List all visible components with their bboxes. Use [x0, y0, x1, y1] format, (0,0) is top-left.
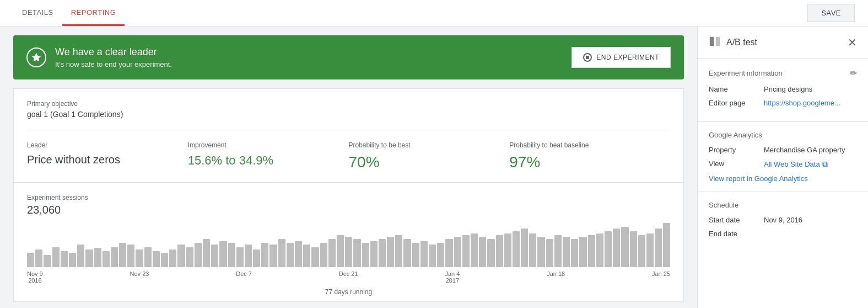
chart-bar: [663, 223, 670, 267]
chart-bar: [395, 235, 402, 267]
chart-bar: [228, 243, 235, 267]
right-panel: A/B test ✕ Experiment information ✏ Name…: [697, 26, 868, 308]
chart-bar: [85, 249, 93, 267]
chart-bar: [278, 239, 285, 267]
chart-x-label: Dec 21: [339, 270, 358, 284]
banner-text: We have a clear leader It's now safe to …: [55, 46, 572, 68]
left-content: We have a clear leader It's now safe to …: [0, 26, 697, 308]
star-icon: [31, 52, 42, 63]
chart-bar: [655, 229, 662, 267]
chart-bar: [77, 245, 84, 267]
info-row-end-date: End date: [709, 230, 857, 238]
metric-prob-baseline: Probability to beat baseline 97%: [509, 141, 670, 171]
ga-section-label: Google Analytics: [709, 131, 762, 139]
chart-bar: [605, 231, 612, 267]
chart-bar: [261, 243, 268, 267]
chart-bar: [94, 248, 101, 267]
end-date-label: End date: [709, 230, 764, 238]
panel-title: A/B test: [726, 38, 848, 47]
chart-x-label: Jan 25: [652, 270, 670, 284]
chart-bar: [504, 233, 511, 267]
chart-bar: [596, 233, 603, 267]
chart-bar: [311, 247, 319, 267]
top-bar: DETAILS REPORTING SAVE: [0, 0, 868, 26]
chart-bar: [638, 235, 645, 267]
chart-bar: [462, 235, 470, 267]
chart-bar: [269, 245, 277, 267]
chart-bar: [487, 239, 494, 267]
metric-prob-best: Probability to be best 70%: [349, 141, 510, 171]
info-row-start-date: Start date Nov 9, 2016: [709, 216, 857, 224]
name-value: Pricing designs: [764, 85, 857, 93]
chart-bar: [161, 253, 168, 267]
sessions-value: 23,060: [27, 204, 670, 216]
chart-bar: [103, 251, 110, 267]
section-header-experiment: Experiment information ✏: [709, 68, 857, 78]
chart-bar: [479, 237, 486, 267]
tab-details[interactable]: DETAILS: [13, 1, 62, 26]
chart-bar: [445, 239, 452, 267]
save-button[interactable]: SAVE: [807, 4, 855, 22]
chart-bar: [27, 253, 34, 267]
chart-bar: [203, 239, 210, 267]
metric-prob-baseline-value: 97%: [509, 153, 670, 171]
chart-bar: [420, 241, 428, 267]
chart-bar: [537, 237, 544, 267]
chart-x-label: Nov 23: [130, 270, 149, 284]
days-running: 77 days running: [27, 288, 670, 296]
chart-bar: [563, 237, 570, 267]
chart-bar: [513, 231, 520, 267]
chart-container: Nov 92016Nov 23Dec 7Dec 21Jan 42017Jan 1…: [27, 223, 670, 284]
chart-x-label: Jan 18: [547, 270, 565, 284]
chart-bar: [119, 243, 126, 267]
metric-prob-best-label: Probability to be best: [349, 141, 510, 149]
property-value: Merchandise GA property: [764, 146, 857, 154]
google-analytics-section: Google Analytics Property Merchandise GA…: [698, 122, 868, 192]
primary-objective-label: Primary objective: [27, 100, 670, 108]
view-report-link[interactable]: View report in Google Analytics: [709, 174, 857, 183]
chart-bar: [621, 227, 628, 267]
chart-bar: [69, 253, 76, 267]
schedule-label: Schedule: [709, 201, 738, 209]
edit-icon[interactable]: ✏: [850, 68, 857, 78]
property-label: Property: [709, 146, 764, 154]
chart-bar: [144, 247, 152, 267]
chart-bar: [219, 241, 227, 267]
chart-bar: [245, 245, 252, 267]
primary-objective: Primary objective goal 1 (Goal 1 Complet…: [27, 100, 670, 119]
ab-test-icon: [709, 35, 721, 50]
chart-bar: [195, 243, 202, 267]
end-experiment-button[interactable]: END EXPERIMENT: [572, 47, 671, 68]
chart-bar: [61, 251, 68, 267]
editor-page-value: https://shop.googleme...: [764, 99, 857, 107]
close-icon[interactable]: ✕: [848, 37, 857, 48]
chart-card: Experiment sessions 23,060 Nov 92016Nov …: [13, 183, 684, 302]
chart-bar: [362, 243, 369, 267]
sessions-label: Experiment sessions: [27, 194, 670, 201]
main-layout: We have a clear leader It's now safe to …: [0, 26, 868, 308]
section-header-ga: Google Analytics: [709, 131, 857, 139]
chart-bar: [454, 237, 461, 267]
view-value: All Web Site Data ⧉: [764, 160, 857, 169]
chart-bar: [287, 243, 294, 267]
banner-title: We have a clear leader: [55, 46, 572, 58]
chart-bar: [379, 239, 386, 267]
chart-bar: [253, 249, 260, 267]
info-row-view: View All Web Site Data ⧉: [709, 160, 857, 169]
metrics-row: Leader Price without zeros Improvement 1…: [27, 130, 670, 171]
chart-bar: [236, 247, 244, 267]
chart-bar: [303, 245, 310, 267]
chart-bar: [613, 229, 620, 267]
info-row-editor-page: Editor page https://shop.googleme...: [709, 99, 857, 107]
chart-bar: [437, 243, 444, 267]
metric-improvement-label: Improvement: [188, 141, 349, 149]
chart-bar: [403, 239, 411, 267]
chart-bar: [521, 229, 528, 267]
tab-reporting[interactable]: REPORTING: [62, 1, 125, 26]
metric-improvement-value: 15.6% to 34.9%: [188, 153, 349, 168]
chart-bar: [546, 239, 553, 267]
chart-bar: [630, 231, 637, 267]
schedule-section: Schedule Start date Nov 9, 2016 End date: [698, 192, 868, 252]
chart-bar: [44, 255, 51, 267]
metric-prob-best-value: 70%: [349, 153, 510, 171]
